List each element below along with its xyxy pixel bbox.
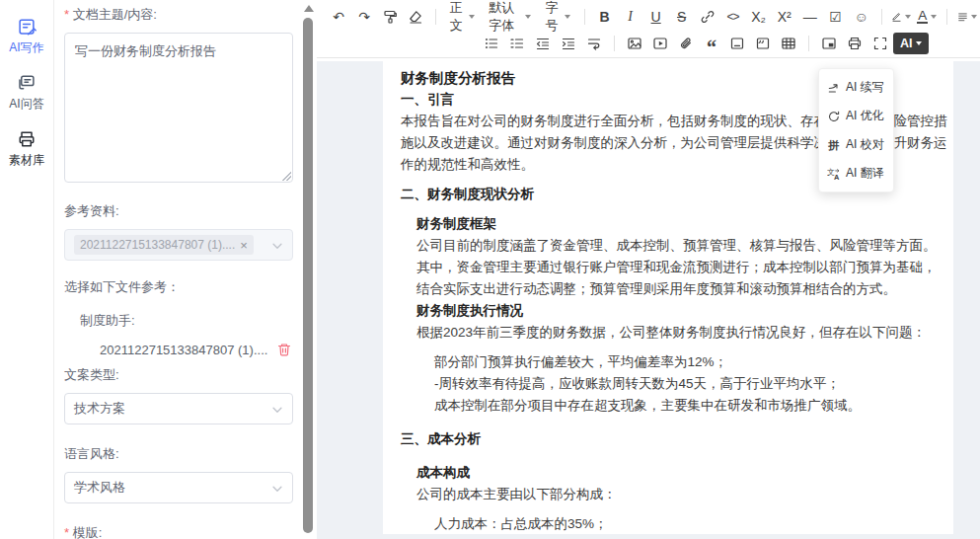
sidebar-item-ai-qa[interactable]: AI问答 <box>0 73 53 113</box>
inline-code-icon[interactable]: <> <box>720 5 746 29</box>
doc-heading[interactable]: 成本构成 <box>401 462 947 484</box>
image-icon[interactable] <box>622 32 647 55</box>
language-style-select[interactable]: 学术风格 <box>64 472 293 503</box>
toolbar-divider <box>614 36 615 51</box>
toolbar-divider <box>808 36 809 51</box>
caret-down-icon <box>931 15 937 19</box>
horizontal-rule-icon[interactable]: — <box>797 5 823 29</box>
doc-paragraph[interactable]: 根据2023年前三季度的财务数据，公司整体财务制度执行情况良好，但存在以下问题： <box>401 322 947 344</box>
text-wrap-icon[interactable] <box>581 32 607 55</box>
ai-dropdown-menu: AI 续写AI 优化拼AI 校对文AAI 翻译 <box>818 68 894 192</box>
sidebar-item-label: AI写作 <box>9 39 43 56</box>
subscript-button[interactable]: X₂ <box>746 5 772 29</box>
language-style-label: 语言风格: <box>64 445 294 463</box>
eraser-icon[interactable] <box>403 5 428 29</box>
doc-type-label: 文案类型: <box>64 366 294 384</box>
doc-paragraph[interactable]: -周转效率有待提高，应收账款周转天数为45天，高于行业平均水平； <box>401 373 947 395</box>
italic-button[interactable]: I <box>618 5 643 29</box>
ordered-list-icon[interactable] <box>504 32 530 55</box>
doc-heading[interactable]: 三、成本分析 <box>401 428 947 450</box>
paragraph-style-dropdown[interactable]: 正文 <box>443 5 482 29</box>
doc-paragraph[interactable]: 公司的成本主要由以下部分构成： <box>401 484 947 505</box>
blockquote-icon[interactable]: “ <box>699 32 724 55</box>
left-nav-rail: AI写作AI问答素材库 <box>0 0 54 539</box>
code-block-icon[interactable] <box>724 32 750 55</box>
ai-menu-item-continue[interactable]: AI 续写 <box>819 73 893 102</box>
emoji-icon[interactable]: ☺ <box>849 5 874 29</box>
writing-form-panel: 文档主题/内容: 参考资料: 2021122715133847807 (1)..… <box>55 0 316 539</box>
link-icon[interactable] <box>695 5 720 29</box>
bullet-list-icon[interactable] <box>479 32 504 55</box>
indent-icon[interactable] <box>556 32 581 55</box>
chevron-down-icon <box>270 482 284 496</box>
font-family-dropdown[interactable]: 默认字体 <box>482 5 538 29</box>
caret-down-icon <box>565 15 570 19</box>
topic-textarea[interactable] <box>64 33 293 183</box>
sidebar-item-label: 素材库 <box>9 152 44 169</box>
svg-text:A: A <box>834 172 840 180</box>
doc-heading[interactable]: 财务制度框架 <box>401 213 947 235</box>
library-icon <box>17 129 37 149</box>
doc-heading[interactable]: 财务制度执行情况 <box>401 300 947 322</box>
toolbar-divider <box>946 9 947 25</box>
file-select-label: 选择如下文件参考： <box>64 278 294 296</box>
trash-icon[interactable] <box>276 342 292 357</box>
font-size-dropdown[interactable]: 字号 <box>538 5 576 29</box>
doc-paragraph[interactable]: 人力成本：占总成本的35%； <box>401 513 947 534</box>
caret-down-icon <box>525 15 531 19</box>
sidebar-item-label: AI问答 <box>9 96 43 113</box>
bold-button[interactable]: B <box>592 5 618 29</box>
ai-menu-item-proofread[interactable]: 拼AI 校对 <box>819 130 893 159</box>
toolbar-divider <box>435 9 436 25</box>
toolbar-divider <box>584 9 585 25</box>
reference-tag: 2021122715133847807 (1).... × <box>74 235 254 255</box>
ai-menu-item-label: AI 校对 <box>846 136 884 153</box>
video-icon[interactable] <box>647 32 673 55</box>
align-dropdown[interactable] <box>954 5 980 29</box>
embed-icon[interactable] <box>816 32 842 55</box>
doc-paragraph[interactable]: 部分部门预算执行偏差较大，平均偏差率为12%； <box>401 351 947 373</box>
caret-down-icon <box>905 15 911 19</box>
superscript-button[interactable]: X² <box>772 5 797 29</box>
chevron-down-icon <box>270 239 284 253</box>
svg-text:拼: 拼 <box>827 139 839 151</box>
ai-menu-item-label: AI 优化 <box>846 108 884 124</box>
attachment-icon[interactable] <box>673 32 699 55</box>
file-group-label: 制度助手: <box>80 312 294 330</box>
tag-close-icon[interactable]: × <box>240 239 248 252</box>
underline-button[interactable]: U <box>643 5 669 29</box>
scrollbar-up-arrow[interactable] <box>304 5 314 12</box>
reference-select[interactable]: 2021122715133847807 (1).... × <box>64 229 293 261</box>
translate-icon: 文A <box>827 167 841 181</box>
annotation-icon[interactable] <box>750 32 776 55</box>
ai-menu-item-label: AI 续写 <box>846 79 884 96</box>
panel-scrollbar-thumb[interactable] <box>303 18 313 533</box>
outdent-icon[interactable] <box>530 32 556 55</box>
highlight-color-dropdown[interactable] <box>888 5 914 29</box>
reference-label: 参考资料: <box>64 202 294 220</box>
caret-down-icon <box>916 41 922 45</box>
doc-paragraph[interactable]: 公司目前的制度涵盖了资金管理、成本控制、预算管理、核算与报告、风险管理等方面。其… <box>401 235 947 300</box>
ai-menu-item-optimize[interactable]: AI 优化 <box>819 102 893 130</box>
write-icon <box>17 17 37 37</box>
strikethrough-button[interactable]: S <box>669 5 695 29</box>
continue-icon <box>827 81 841 95</box>
fullscreen-icon[interactable] <box>867 32 893 55</box>
undo-icon[interactable]: ↶ <box>326 5 351 29</box>
task-list-icon[interactable]: ☑ <box>823 5 849 29</box>
sidebar-item-material-library[interactable]: 素材库 <box>0 129 53 169</box>
ai-menu-button[interactable]: AI <box>893 33 929 54</box>
format-painter-icon[interactable] <box>377 5 403 29</box>
chevron-down-icon <box>270 403 284 417</box>
editor-toolbar: ↶↷正文默认字体字号BIUS<>X₂X²—☑☺A “AI <box>317 0 980 58</box>
toolbar-divider <box>881 9 882 25</box>
doc-paragraph[interactable]: 成本控制在部分项目中存在超支现象，主要集中在研发和市场推广领域。 <box>401 395 947 417</box>
doc-type-select[interactable]: 技术方案 <box>64 393 293 424</box>
print-icon[interactable] <box>842 32 867 55</box>
redo-icon[interactable]: ↷ <box>351 5 377 29</box>
sidebar-item-ai-writing[interactable]: AI写作 <box>0 17 53 56</box>
table-icon[interactable] <box>776 32 801 55</box>
caret-down-icon <box>971 15 977 19</box>
font-color-dropdown[interactable]: A <box>914 5 940 29</box>
ai-menu-item-translate[interactable]: 文AAI 翻译 <box>819 159 893 188</box>
